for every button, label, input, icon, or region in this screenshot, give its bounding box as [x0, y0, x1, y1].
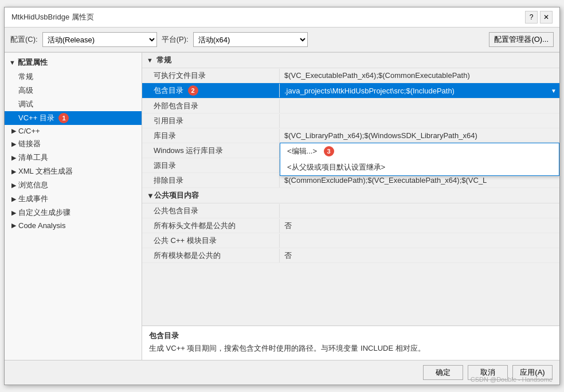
- prop-name-source: 源目录: [142, 159, 280, 173]
- main-content: ▼ 配置属性 常规 高级 调试 VC++ 目录 1 ▶ C/C++ ▶: [5, 52, 559, 360]
- code-analysis-arrow: ▶: [11, 222, 16, 229]
- prop-value-external-include[interactable]: [280, 104, 559, 108]
- info-bar: 包含目录 生成 VC++ 项目期间，搜索包含文件时使用的路径。与环境变量 INC…: [142, 326, 559, 360]
- include-badge: 2: [188, 85, 198, 96]
- section-general-label: 常规: [156, 55, 171, 65]
- prop-row-public-cpp: 公共 C++ 模块目录: [142, 233, 559, 248]
- dropdown-item-edit[interactable]: <编辑...> 3: [280, 143, 559, 159]
- prop-value-library[interactable]: $(VC_LibraryPath_x64);$(WindowsSDK_Libra…: [280, 130, 559, 142]
- close-button[interactable]: ✕: [540, 11, 553, 23]
- xml-arrow: ▶: [11, 168, 16, 175]
- prop-name-all-headers: 所有标头文件都是公共的: [142, 219, 280, 233]
- sidebar-item-custom[interactable]: ▶ 自定义生成步骤: [5, 206, 142, 219]
- watermark: CSDN @Double - Handsome: [471, 376, 553, 383]
- build-arrow: ▶: [11, 195, 16, 203]
- section-public-label: 公共项目内容: [154, 190, 199, 201]
- section-public: ▼ 公共项目内容: [142, 188, 559, 203]
- manifest-arrow: ▶: [11, 154, 16, 162]
- section-general: ▼ 常规: [142, 53, 559, 68]
- prop-value-all-modules[interactable]: 否: [280, 249, 559, 262]
- prop-value-include: .java_projects\MtkHidUsbProject\src;$(In…: [280, 85, 548, 97]
- cpp-arrow: ▶: [11, 127, 16, 135]
- properties-dialog: MtkHidUsbBridge 属性页 ? ✕ 配置(C): 活动(Releas…: [4, 7, 560, 385]
- config-select[interactable]: 活动(Release): [42, 32, 157, 47]
- include-dropdown-popup: <编辑...> 3 <从父级或项目默认设置继承>: [280, 143, 559, 176]
- prop-row-all-headers: 所有标头文件都是公共的 否: [142, 218, 559, 233]
- prop-row-executable: 可执行文件目录 $(VC_ExecutablePath_x64);$(Commo…: [142, 68, 559, 83]
- prop-name-reference: 引用目录: [142, 114, 280, 128]
- dropdown-item-inherit[interactable]: <从父级或项目默认设置继承>: [280, 159, 559, 175]
- sidebar-item-code-analysis[interactable]: ▶ Code Analysis: [5, 219, 142, 232]
- help-button[interactable]: ?: [525, 11, 538, 23]
- sidebar-item-build[interactable]: ▶ 生成事件: [5, 192, 142, 206]
- prop-value-executable[interactable]: $(VC_ExecutablePath_x64);$(CommonExecuta…: [280, 69, 559, 81]
- sidebar-item-debug[interactable]: 调试: [5, 97, 142, 111]
- info-title: 包含目录: [149, 331, 553, 341]
- prop-name-public-include: 公共包含目录: [142, 204, 280, 218]
- prop-name-exclude: 排除目录: [142, 174, 280, 187]
- prop-row-public-include: 公共包含目录: [142, 203, 559, 218]
- title-bar: MtkHidUsbBridge 属性页 ? ✕: [5, 7, 559, 28]
- properties-area: ▼ 常规 可执行文件目录 $(VC_ExecutablePath_x64);$(…: [142, 53, 559, 326]
- sidebar-item-normal[interactable]: 常规: [5, 70, 142, 84]
- sidebar-item-browse[interactable]: ▶ 浏览信息: [5, 178, 142, 192]
- platform-select[interactable]: 活动(x64): [193, 32, 308, 47]
- sidebar-arrow: ▼: [9, 59, 15, 66]
- browse-arrow: ▶: [11, 182, 16, 189]
- sidebar: ▼ 配置属性 常规 高级 调试 VC++ 目录 1 ▶ C/C++ ▶: [5, 53, 142, 360]
- ok-button[interactable]: 确定: [423, 365, 463, 380]
- prop-name-winrt: Windows 运行库目录: [142, 144, 280, 158]
- prop-name-external-include: 外部包含目录: [142, 99, 280, 113]
- sidebar-header: ▼ 配置属性: [5, 55, 142, 70]
- sidebar-item-xml[interactable]: ▶ XML 文档生成器: [5, 164, 142, 178]
- manage-config-button[interactable]: 配置管理器(O)...: [489, 32, 554, 47]
- prop-row-all-modules: 所有模块都是公共的 否: [142, 248, 559, 263]
- sidebar-item-cpp[interactable]: ▶ C/C++: [5, 125, 142, 137]
- prop-row-external-include: 外部包含目录: [142, 99, 559, 113]
- toolbar: 配置(C): 活动(Release) 平台(P): 活动(x64) 配置管理器(…: [5, 28, 559, 52]
- prop-value-exclude[interactable]: $(CommonExcludePath);$(VC_ExecutablePath…: [280, 174, 559, 186]
- prop-value-reference[interactable]: [280, 119, 559, 123]
- prop-value-all-headers[interactable]: 否: [280, 219, 559, 233]
- edit-badge: 3: [324, 146, 334, 156]
- vcpp-badge: 1: [58, 113, 69, 123]
- sidebar-item-linker[interactable]: ▶ 链接器: [5, 137, 142, 151]
- prop-value-public-cpp[interactable]: [280, 239, 559, 242]
- prop-row-reference: 引用目录: [142, 113, 559, 128]
- prop-name-include: 包含目录 2: [142, 84, 280, 97]
- info-description: 生成 VC++ 项目期间，搜索包含文件时使用的路径。与环境变量 INCLUDE …: [149, 343, 553, 354]
- right-panel: ▼ 常规 可执行文件目录 $(VC_ExecutablePath_x64);$(…: [142, 53, 559, 360]
- include-dropdown-button[interactable]: ▼: [548, 83, 559, 98]
- sidebar-title: 配置属性: [18, 57, 48, 68]
- sidebar-item-manifest[interactable]: ▶ 清单工具: [5, 151, 142, 164]
- sidebar-item-advanced[interactable]: 高级: [5, 84, 142, 97]
- linker-arrow: ▶: [11, 140, 16, 148]
- sidebar-item-vcpp[interactable]: VC++ 目录 1: [5, 111, 142, 125]
- prop-row-library: 库目录 $(VC_LibraryPath_x64);$(WindowsSDK_L…: [142, 128, 559, 143]
- prop-name-public-cpp: 公共 C++ 模块目录: [142, 234, 280, 248]
- dialog-title: MtkHidUsbBridge 属性页: [11, 12, 94, 22]
- prop-row-include[interactable]: 包含目录 2 .java_projects\MtkHidUsbProject\s…: [142, 83, 559, 99]
- prop-value-include-container: .java_projects\MtkHidUsbProject\src;$(In…: [280, 83, 559, 98]
- prop-name-executable: 可执行文件目录: [142, 69, 280, 83]
- section-general-arrow: ▼: [147, 57, 153, 64]
- prop-value-public-include[interactable]: [280, 209, 559, 213]
- platform-label: 平台(P):: [162, 34, 189, 45]
- prop-name-all-modules: 所有模块都是公共的: [142, 249, 280, 262]
- custom-arrow: ▶: [11, 209, 16, 217]
- title-buttons: ? ✕: [525, 11, 553, 23]
- section-public-arrow: ▼: [147, 191, 154, 200]
- config-label: 配置(C):: [10, 34, 38, 45]
- prop-name-library: 库目录: [142, 129, 280, 143]
